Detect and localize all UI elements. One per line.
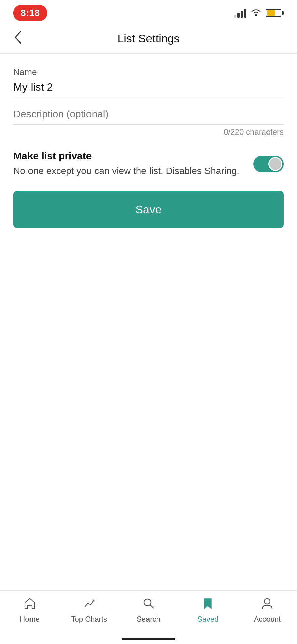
home-icon (23, 597, 37, 612)
private-title: Make list private (13, 150, 243, 162)
home-indicator (122, 638, 175, 640)
home-label: Home (20, 615, 40, 624)
bottom-nav: Home Top Charts Search Saved (0, 590, 297, 644)
nav-item-home[interactable]: Home (0, 597, 59, 624)
name-field-section: Name (13, 67, 284, 98)
nav-item-top-charts[interactable]: Top Charts (59, 597, 119, 624)
save-button[interactable]: Save (13, 191, 284, 228)
content-area: Name 0/220 characters Make list private … (0, 54, 297, 228)
char-count: 0/220 characters (13, 127, 284, 137)
status-bar: 8:18 (0, 0, 297, 23)
saved-icon (201, 597, 215, 612)
svg-line-2 (150, 605, 153, 608)
name-input[interactable] (13, 81, 284, 98)
private-section: Make list private No one except you can … (13, 150, 284, 187)
top-charts-icon (82, 597, 96, 612)
nav-item-account[interactable]: Account (238, 597, 297, 624)
name-label: Name (13, 67, 284, 77)
search-label: Search (137, 615, 160, 624)
page-title: List Settings (117, 32, 179, 45)
private-toggle[interactable] (253, 156, 284, 172)
status-icons (234, 7, 284, 19)
svg-point-0 (255, 14, 257, 16)
svg-point-3 (264, 599, 270, 604)
nav-item-search[interactable]: Search (119, 597, 178, 624)
private-desc: No one except you can view the list. Dis… (13, 164, 243, 177)
touch-point (269, 158, 281, 170)
wifi-icon (250, 7, 262, 19)
description-input[interactable] (13, 108, 284, 125)
back-button[interactable] (13, 30, 23, 47)
header: List Settings (0, 23, 297, 54)
top-charts-label: Top Charts (71, 615, 107, 624)
private-text: Make list private No one except you can … (13, 150, 243, 177)
time-display: 8:18 (13, 5, 47, 21)
battery-icon (266, 9, 284, 17)
account-icon (260, 597, 274, 612)
signal-icon (234, 8, 246, 18)
nav-item-saved[interactable]: Saved (178, 597, 238, 624)
account-label: Account (254, 615, 281, 624)
toggle-wrapper[interactable] (253, 156, 284, 172)
description-field-section: 0/220 characters (13, 108, 284, 137)
toggle-knob (268, 157, 282, 171)
search-icon (142, 597, 155, 612)
saved-label: Saved (197, 615, 218, 624)
